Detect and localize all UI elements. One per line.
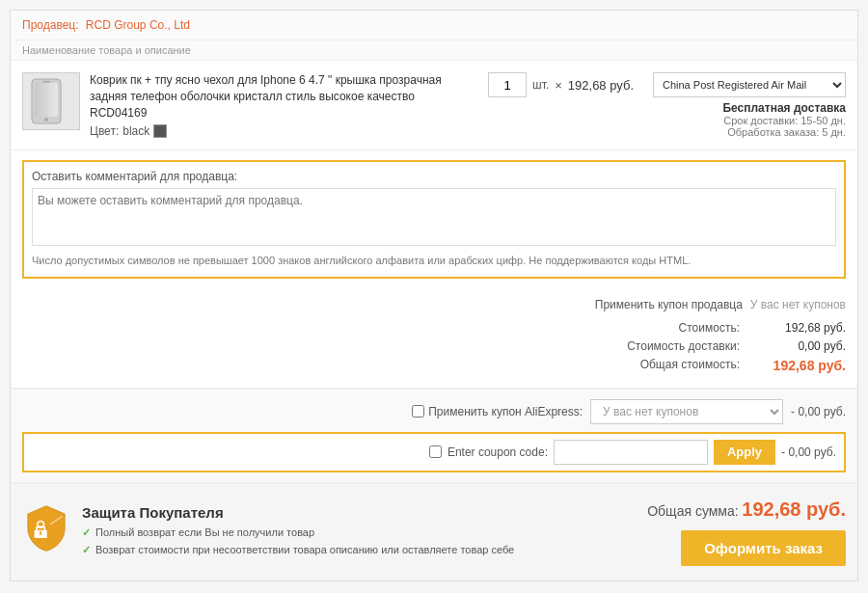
product-title: Коврик пк + тпу ясно чехол для Iphone 6 … — [90, 72, 469, 121]
seller-name-value: RCD Group Co., Ltd — [86, 18, 190, 32]
check-icon-2: ✓ — [82, 543, 91, 556]
shield-icon — [22, 504, 70, 553]
aliexpress-coupon-discount: - 0,00 руб. — [791, 405, 846, 418]
cost-row: Стоимость: 192,68 руб. — [556, 321, 846, 335]
aliexpress-coupon-select[interactable]: У вас нет купонов — [590, 399, 783, 424]
pricing-section: Применить купон продавца У вас нет купон… — [11, 288, 857, 389]
comment-section: Оставить комментарий для продавца: Число… — [22, 160, 846, 278]
apply-button[interactable]: Apply — [714, 440, 775, 465]
svg-point-3 — [44, 118, 48, 121]
product-qty-price: 1 шт. × 192,68 руб. — [488, 72, 634, 97]
product-section: Коврик пк + тпу ясно чехол для Iphone 6 … — [11, 61, 857, 150]
quantity-input[interactable]: 1 — [488, 72, 527, 97]
checkout-button[interactable]: Оформить заказ — [681, 530, 846, 566]
comment-hint: Число допустимых символов не превышает 1… — [32, 254, 836, 268]
total-summary-label: Общая сумма: — [647, 503, 738, 519]
cost-value: 192,68 руб. — [749, 321, 846, 335]
total-row: Общая стоимость: 192,68 руб. — [556, 358, 846, 373]
no-seller-coupon: У вас нет купонов — [750, 298, 846, 311]
buyer-protection: Защита Покупателя ✓ Полный возврат если … — [22, 504, 633, 559]
free-shipping-label: Бесплатная доставка — [653, 101, 846, 115]
comment-textarea[interactable] — [32, 188, 836, 246]
page-wrapper: Продавец: RCD Group Co., Ltd Наименовани… — [10, 10, 858, 581]
total-cost-value: 192,68 руб. — [749, 358, 846, 373]
svg-rect-4 — [42, 81, 50, 83]
shipping-info: Бесплатная доставка Срок доставки: 15-50… — [653, 101, 846, 138]
column-headers: Наименование товара и описание — [11, 40, 857, 61]
protection-text: Защита Покупателя ✓ Полный возврат если … — [82, 504, 633, 559]
shipping-column: China Post Registered Air Mail Бесплатна… — [653, 72, 846, 138]
total-cost-label: Общая стоимость: — [624, 358, 740, 373]
aliexpress-coupon-checkbox[interactable] — [412, 405, 424, 418]
shipping-cost-label: Стоимость доставки: — [624, 339, 740, 353]
protection-title: Защита Покупателя — [82, 504, 633, 521]
cost-label: Стоимость: — [624, 321, 740, 335]
order-summary: Общая сумма: 192,68 руб. Оформить заказ — [647, 499, 846, 566]
total-summary-row: Общая сумма: 192,68 руб. — [647, 499, 846, 521]
product-image — [22, 72, 80, 130]
qty-unit: шт. — [532, 78, 549, 92]
protection-item-2: ✓ Возврат стоимости при несоответствии т… — [82, 543, 633, 556]
product-color: Цвет: black — [90, 124, 469, 138]
aliexpress-coupon-text: Применить купон AliExpress: — [428, 405, 583, 418]
shipping-select[interactable]: China Post Registered Air Mail — [653, 72, 846, 97]
protection-text-2: Возврат стоимости при несоответствии тов… — [95, 543, 514, 556]
comment-label: Оставить комментарий для продавца: — [32, 170, 836, 183]
unit-price: 192,68 руб. — [568, 78, 634, 93]
coupon-code-discount: - 0,00 руб. — [781, 445, 836, 459]
shipping-cost-value: 0,00 руб. — [749, 339, 846, 353]
coupon-code-input[interactable] — [554, 440, 708, 465]
shipping-cost-row: Стоимость доставки: 0,00 руб. — [556, 339, 846, 353]
enter-coupon-checkbox[interactable] — [429, 445, 442, 458]
aliexpress-coupon-row: Применить купон AliExpress: У вас нет ку… — [22, 399, 846, 424]
seller-coupon-row: Применить купон продавца У вас нет купон… — [595, 298, 846, 311]
processing-time: Обработка заказа: 5 дн. — [653, 126, 846, 138]
coupon-section: Применить купон AliExpress: У вас нет ку… — [11, 389, 857, 482]
seller-label: Продавец: — [22, 18, 79, 32]
svg-rect-2 — [35, 83, 58, 117]
protection-item-1: ✓ Полный возврат если Вы не получили тов… — [82, 526, 633, 539]
color-swatch — [153, 124, 167, 138]
color-label: Цвет: — [90, 124, 119, 138]
color-value: black — [122, 124, 149, 138]
seller-coupon-label: Применить купон продавца — [595, 298, 743, 311]
delivery-time: Срок доставки: 15-50 дн. — [653, 115, 846, 126]
col-product-header: Наименование товара и описание — [22, 44, 846, 56]
check-icon-1: ✓ — [82, 526, 91, 539]
protection-text-1: Полный возврат если Вы не получили товар — [95, 526, 314, 539]
enter-coupon-row: Enter coupon code: Apply - 0,00 руб. — [22, 432, 846, 472]
footer-section: Защита Покупателя ✓ Полный возврат если … — [11, 482, 857, 580]
enter-coupon-label: Enter coupon code: — [448, 445, 548, 459]
seller-info: Продавец: RCD Group Co., Ltd — [22, 18, 846, 32]
product-info: Коврик пк + тпу ясно чехол для Iphone 6 … — [90, 72, 469, 138]
seller-header: Продавец: RCD Group Co., Ltd — [11, 11, 857, 40]
total-summary-amount: 192,68 руб. — [742, 499, 846, 520]
aliexpress-coupon-label[interactable]: Применить купон AliExpress: — [412, 405, 583, 418]
multiply-sign: × — [555, 78, 562, 93]
